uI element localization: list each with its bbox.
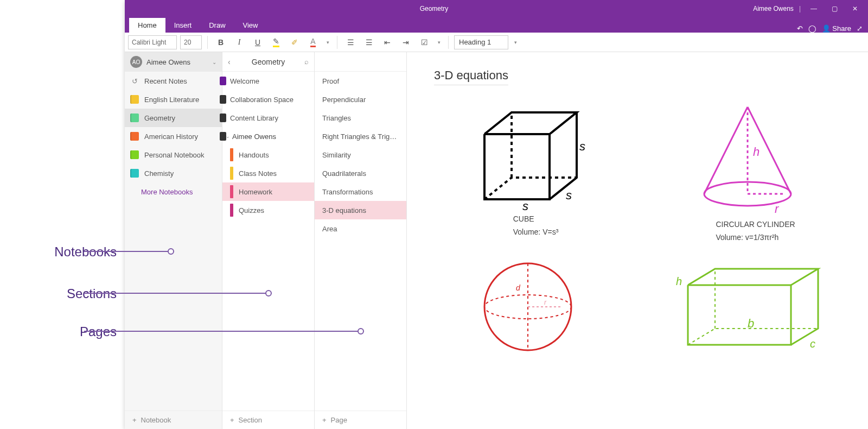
todo-dropdown[interactable]: ▾ <box>435 40 443 45</box>
prism-diagram: h b c <box>672 258 824 356</box>
add-page-button[interactable]: Page <box>315 411 406 429</box>
notebook-item[interactable]: ↺Recent Notes <box>125 72 222 90</box>
notebook-label: Geometry <box>144 114 175 122</box>
more-notebooks-link[interactable]: More Notebooks <box>125 182 222 201</box>
book-icon <box>130 95 139 104</box>
section-item[interactable]: Collaboration Space <box>222 90 314 109</box>
tab-draw[interactable]: Draw <box>200 18 234 33</box>
sections-header: ‹ Geometry ⌕ <box>222 52 314 72</box>
chevron-down-icon: ⌄ <box>226 134 230 139</box>
close-button[interactable]: ✕ <box>847 1 863 16</box>
underline-button[interactable]: U <box>250 35 265 50</box>
title-bar[interactable]: Geometry Aimee Owens | — ▢ ✕ <box>125 0 868 17</box>
book-icon <box>130 150 139 159</box>
canvas[interactable]: 3-D equations s s s <box>407 52 868 429</box>
undo-icon[interactable]: ↶ <box>797 24 803 33</box>
account-dropdown[interactable]: AO Aimee Owens ⌄ <box>125 52 222 72</box>
section-item[interactable]: Welcome <box>222 72 314 90</box>
annotation-notebooks: Notebooks <box>54 244 117 260</box>
notebook-label: Chemisty <box>144 169 174 178</box>
clock-icon: ↺ <box>130 77 139 85</box>
callout-panel: Notebooks Sections Pages <box>0 0 125 429</box>
section-color-bar <box>230 185 233 198</box>
section-item[interactable]: Handouts <box>222 146 314 164</box>
heading-style-dropdown[interactable]: Heading 1 <box>454 35 508 49</box>
page-item[interactable]: Triangles <box>315 109 406 127</box>
svg-text:r: r <box>775 202 780 216</box>
notebook-item[interactable]: Personal Notebook <box>125 146 222 164</box>
page-item[interactable]: Quadrilaterals <box>315 164 406 182</box>
page-item[interactable]: Proof <box>315 72 406 90</box>
notebook-color-tab <box>220 77 226 85</box>
indent-button[interactable]: ⇥ <box>398 35 413 50</box>
maximize-button[interactable]: ▢ <box>827 1 842 16</box>
highlight-button[interactable]: ✎ <box>269 35 284 50</box>
application-window: Geometry Aimee Owens | — ▢ ✕ Home Insert… <box>125 0 868 429</box>
section-color-bar <box>230 167 233 180</box>
section-color-bar <box>230 204 233 217</box>
tab-home[interactable]: Home <box>129 18 165 33</box>
todo-button[interactable]: ☑ <box>417 35 432 50</box>
svg-text:r: r <box>544 299 547 306</box>
add-notebook-button[interactable]: Notebook <box>125 411 222 429</box>
page-item[interactable]: Transformations <box>315 182 406 201</box>
notebook-color-tab <box>220 113 226 122</box>
notebook-label: American History <box>144 133 198 141</box>
add-section-button[interactable]: Section <box>222 411 314 429</box>
heading-style-chevron[interactable]: ▾ <box>512 40 519 45</box>
share-button[interactable]: 👤 Share <box>822 24 851 33</box>
outdent-button[interactable]: ⇤ <box>380 35 395 50</box>
fullscreen-icon[interactable]: ⤢ <box>857 24 863 33</box>
notebook-color-tab <box>220 95 226 104</box>
sections-column: ‹ Geometry ⌕ WelcomeCollaboration SpaceC… <box>222 52 315 429</box>
section-item[interactable]: Homework <box>222 182 314 201</box>
page-item[interactable]: 3-D equations <box>315 201 406 219</box>
section-label: Class Notes <box>239 169 277 178</box>
page-item[interactable]: Perpendicular <box>315 90 406 109</box>
section-label: Welcome <box>230 77 259 85</box>
bold-button[interactable]: B <box>213 35 228 50</box>
page-item[interactable]: Similarity <box>315 146 406 164</box>
cone-formula: Volume: v=1/3πr²h <box>716 233 795 242</box>
font-color-button[interactable]: A <box>305 35 321 50</box>
cube-name: CUBE <box>513 214 559 223</box>
sections-title: Geometry <box>252 58 285 66</box>
notebook-label: English Literature <box>144 96 199 104</box>
notebook-item[interactable]: Chemisty <box>125 164 222 182</box>
section-label: Collaboration Space <box>230 96 293 104</box>
notebook-item[interactable]: English Literature <box>125 90 222 109</box>
notebook-item[interactable]: Geometry <box>125 109 222 127</box>
page-item[interactable]: Area <box>315 219 406 238</box>
font-color-dropdown[interactable]: ▾ <box>324 40 331 45</box>
section-group-header[interactable]: ⌄ Aimee Owens <box>222 127 314 146</box>
minimize-button[interactable]: — <box>806 1 821 16</box>
user-name-label[interactable]: Aimee Owens <box>753 5 794 12</box>
svg-text:b: b <box>748 317 754 330</box>
svg-text:s: s <box>566 188 572 202</box>
font-family-field[interactable]: Calibri Light <box>128 35 177 49</box>
search-icon[interactable]: ⌕ <box>304 58 309 66</box>
notebook-item[interactable]: American History <box>125 127 222 146</box>
section-label: Quizzes <box>239 206 264 214</box>
book-icon <box>130 113 139 122</box>
svg-text:h: h <box>676 275 682 287</box>
back-icon[interactable]: ‹ <box>228 58 231 66</box>
section-item[interactable]: Quizzes <box>222 201 314 219</box>
cone-name: CIRCULAR CYLINDER <box>716 220 795 229</box>
number-list-button[interactable]: ☰ <box>361 35 376 50</box>
section-item[interactable]: Content Library <box>222 109 314 127</box>
page-title[interactable]: 3-D equations <box>434 68 508 85</box>
account-icon[interactable]: ◯ <box>808 24 816 33</box>
tab-view[interactable]: View <box>234 18 267 33</box>
bullet-list-button[interactable]: ☰ <box>343 35 358 50</box>
notebook-label: Personal Notebook <box>144 151 205 159</box>
svg-text:s: s <box>522 199 528 210</box>
font-size-field[interactable]: 20 <box>180 35 202 49</box>
page-item[interactable]: Right Triangles & Trig… <box>315 127 406 146</box>
pages-column: ProofPerpendicularTrianglesRight Triangl… <box>315 52 407 429</box>
section-item[interactable]: Class Notes <box>222 164 314 182</box>
cube-formula: Volume: V=s³ <box>513 228 559 236</box>
ink-button[interactable]: ✐ <box>287 35 302 50</box>
tab-insert[interactable]: Insert <box>165 18 201 33</box>
italic-button[interactable]: I <box>232 35 247 50</box>
